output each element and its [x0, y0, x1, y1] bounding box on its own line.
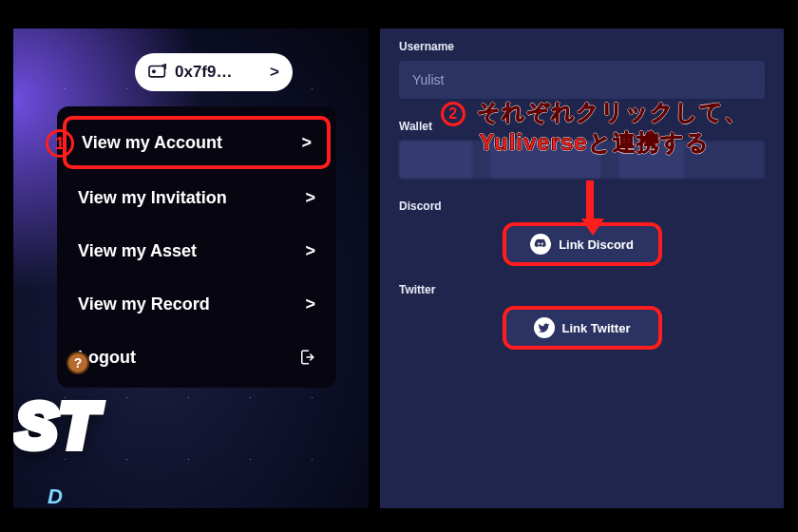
- username-value[interactable]: Yulist: [399, 61, 765, 99]
- menu-item-view-asset[interactable]: View my Asset >: [57, 224, 336, 277]
- bg-subtitle-fragment: D: [48, 484, 72, 508]
- bg-title-fragment: ST: [15, 390, 99, 462]
- wallet-pill[interactable]: 0x7f9… >: [135, 53, 293, 91]
- svg-rect-0: [149, 66, 164, 76]
- help-icon[interactable]: ?: [66, 352, 89, 374]
- account-dropdown-menu: View my Account > View my Invitation > V…: [57, 106, 336, 388]
- section-twitter: Twitter Link Twitter: [380, 272, 784, 355]
- chevron-right-icon: >: [305, 241, 315, 261]
- chevron-right-icon: >: [301, 133, 312, 153]
- twitter-icon: [534, 317, 555, 338]
- svg-point-1: [152, 69, 156, 73]
- menu-item-label: View my Record: [78, 294, 305, 314]
- arrow-down-icon: [581, 180, 598, 238]
- annotation-marker-2: 2: [441, 102, 466, 126]
- field-label-username: Username: [399, 36, 765, 61]
- chevron-right-icon: >: [305, 294, 315, 314]
- annotation-line-2: Yuliverseと連携する: [479, 129, 709, 155]
- logout-icon: [298, 349, 315, 366]
- chevron-right-icon: >: [270, 63, 279, 82]
- field-label-twitter: Twitter: [399, 279, 765, 304]
- menu-item-view-invitation[interactable]: View my Invitation >: [57, 171, 336, 224]
- annotation-text: 2 それぞれクリックして、 Yuliverseと連携する: [407, 97, 782, 159]
- link-twitter-button[interactable]: Link Twitter: [506, 310, 658, 346]
- wallet-short-address: 0x7f9…: [175, 63, 262, 82]
- menu-item-label: View my Account: [82, 133, 301, 153]
- annotation-line-1: それぞれクリックして、: [477, 99, 748, 124]
- link-discord-label: Link Discord: [559, 238, 634, 252]
- link-twitter-label: Link Twitter: [562, 321, 631, 335]
- chevron-right-icon: >: [305, 188, 315, 208]
- left-screenshot: ST D 0x7f9… > View my Account > View my …: [13, 28, 369, 508]
- menu-item-view-record[interactable]: View my Record >: [57, 277, 336, 331]
- menu-item-label: View my Invitation: [78, 188, 305, 208]
- discord-icon: [530, 234, 551, 255]
- wallet-icon: [148, 64, 167, 81]
- menu-item-label: Logout: [78, 348, 298, 368]
- menu-item-logout[interactable]: Logout: [57, 331, 336, 384]
- annotation-marker-1: 1: [46, 129, 74, 158]
- menu-item-view-account[interactable]: View my Account >: [63, 116, 331, 169]
- menu-item-label: View my Asset: [78, 241, 305, 261]
